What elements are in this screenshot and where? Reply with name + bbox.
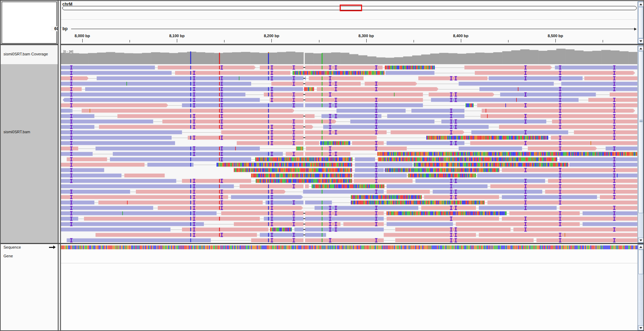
ruler-tick bbox=[177, 39, 177, 42]
ruler-tick-label: 8,100 bp bbox=[169, 34, 185, 38]
ruler-tick bbox=[555, 39, 556, 42]
ruler-tick-label: 8,000 bp bbox=[75, 34, 90, 38]
cytoband-panel bbox=[2, 2, 57, 43]
sequence-strand-arrow-icon[interactable] bbox=[49, 247, 53, 248]
ruler-tick-label: 8,500 bp bbox=[548, 34, 563, 38]
ruler-tick bbox=[508, 40, 508, 42]
gene-track-baseline bbox=[61, 263, 637, 263]
sequence-track-label[interactable]: Sequence bbox=[4, 245, 21, 249]
bottom-panel-background bbox=[61, 244, 637, 331]
ruler-tick bbox=[366, 39, 367, 42]
ruler-tick bbox=[130, 40, 130, 42]
top-scrollbar-down-button[interactable] bbox=[638, 39, 644, 43]
ruler-tick bbox=[414, 40, 414, 42]
top-scrollbar-thumb[interactable] bbox=[638, 7, 643, 38]
gene-track-label[interactable]: Gene bbox=[4, 254, 13, 258]
up-arrow-icon bbox=[639, 48, 642, 49]
igv-window: chrM 607 bp 8,000 bp8,100 bp8,200 bp8,30… bbox=[0, 0, 644, 331]
coverage-track-label[interactable]: sismi0SRT.bam Coverage bbox=[4, 52, 48, 56]
alignment-track-label[interactable]: sismi0SRT.bam bbox=[4, 130, 30, 134]
main-scrollbar-down-button[interactable] bbox=[638, 238, 644, 243]
alignments-canvas[interactable] bbox=[61, 46, 637, 243]
bottom-scrollbar-thumb[interactable] bbox=[638, 250, 643, 274]
sidebar-divider[interactable] bbox=[58, 1, 61, 331]
span-arrow-line bbox=[63, 29, 636, 29]
ruler-tick-label: 8,300 bp bbox=[359, 34, 374, 38]
main-scrollbar-thumb[interactable] bbox=[638, 51, 643, 213]
ruler-tick-label: 8,400 bp bbox=[453, 34, 469, 38]
down-arrow-icon bbox=[639, 239, 642, 241]
sidebar-alignment-track[interactable] bbox=[1, 64, 58, 243]
ruler-tick bbox=[271, 39, 272, 42]
up-arrow-icon bbox=[639, 246, 642, 248]
view-region-box[interactable] bbox=[340, 5, 362, 11]
sequence-canvas[interactable] bbox=[61, 245, 637, 250]
bottom-scrollbar[interactable] bbox=[638, 244, 644, 331]
ruler-tick bbox=[82, 39, 83, 42]
ruler-tick bbox=[603, 40, 603, 42]
ruler-tick bbox=[461, 39, 461, 42]
ruler-separator bbox=[61, 19, 637, 20]
top-scrollbar-up-button[interactable] bbox=[638, 2, 644, 7]
ruler-tick-label: 8,200 bp bbox=[264, 34, 279, 38]
bottom-scrollbar-down-button[interactable] bbox=[638, 325, 644, 330]
panel-divider-top[interactable] bbox=[1, 44, 644, 45]
span-length-label: 607 bp bbox=[51, 26, 71, 31]
locus-panel: chrM 607 bp 8,000 bp8,100 bp8,200 bp8,30… bbox=[61, 1, 637, 44]
coverage-range-label: [0 - 38] bbox=[63, 50, 73, 53]
ruler-tick bbox=[224, 40, 224, 42]
main-scrollbar[interactable] bbox=[638, 46, 644, 243]
ruler-tick bbox=[319, 40, 319, 42]
main-scrollbar-up-button[interactable] bbox=[638, 46, 644, 51]
up-arrow-icon bbox=[639, 4, 642, 5]
bottom-scrollbar-up-button[interactable] bbox=[638, 244, 644, 249]
top-scrollbar[interactable] bbox=[638, 1, 644, 44]
span-arrow-right-icon bbox=[634, 28, 637, 31]
down-arrow-icon bbox=[639, 40, 642, 42]
down-arrow-icon bbox=[639, 327, 642, 329]
